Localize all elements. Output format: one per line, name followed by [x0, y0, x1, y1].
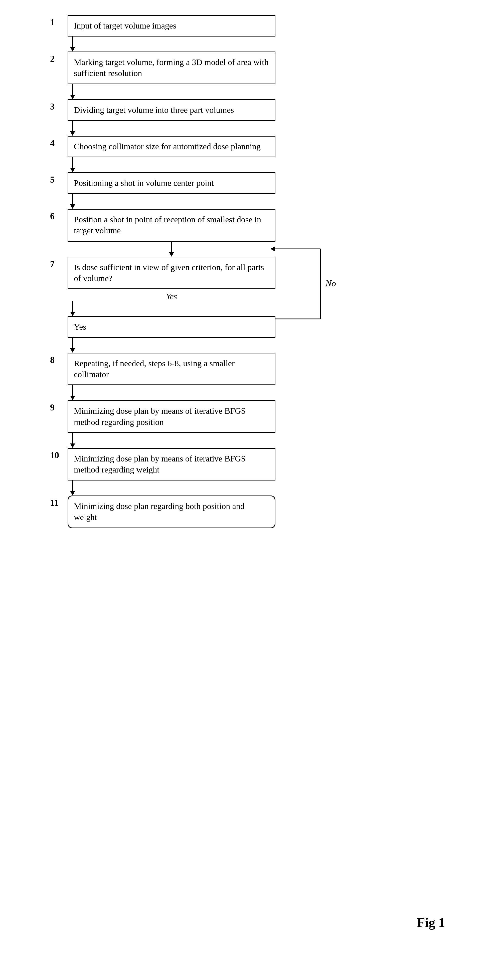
flowchart: 1 Input of target volume images 2 Markin…	[50, 15, 275, 528]
arrow-11-12	[68, 480, 78, 495]
arrow-8-9	[68, 338, 78, 353]
svg-marker-11	[169, 252, 174, 257]
step-row-6: 6 Position a shot in point of reception …	[50, 209, 275, 241]
feedback-loop-area: 6 Position a shot in point of reception …	[50, 209, 275, 289]
step-number-9: 8	[50, 353, 68, 365]
step-number-2: 2	[50, 51, 68, 64]
arrow-4-5	[68, 158, 78, 172]
step-number-11: 10	[50, 448, 68, 460]
arrow-5-6	[68, 194, 78, 209]
step-number-1: 1	[50, 15, 68, 27]
step-number-7: 7	[50, 257, 68, 269]
step-box-6: Position a shot in point of reception of…	[68, 209, 275, 241]
svg-marker-22	[70, 396, 75, 400]
arrow-6-7	[68, 242, 275, 257]
step-number-12: 11	[50, 495, 68, 508]
step-row-11: 10 Minimizing dose plan by means of iter…	[50, 448, 275, 480]
svg-marker-9	[70, 204, 75, 209]
step-box-5: Positioning a shot in volume center poin…	[68, 172, 275, 194]
step-number-3: 3	[50, 99, 68, 112]
arrow-2-3	[68, 84, 78, 99]
step-box-8: Yes	[68, 316, 275, 338]
no-feedback-arrow: No	[270, 234, 340, 334]
step-row-7: 7 Is dose sufficient in view of given cr…	[50, 257, 275, 289]
arrow-3-4	[68, 121, 78, 136]
step-number-4: 4	[50, 136, 68, 148]
step-row-4: 4 Choosing collimator size for automtize…	[50, 136, 275, 158]
step-row-5: 5 Positioning a shot in volume center po…	[50, 172, 275, 194]
svg-marker-18	[70, 312, 75, 316]
step-box-3: Dividing target volume into three part v…	[68, 99, 275, 121]
step-row-3: 3 Dividing target volume into three part…	[50, 99, 275, 121]
svg-marker-5	[70, 131, 75, 136]
arrow-7-8	[68, 301, 78, 316]
step-box-10: Minimizing dose plan by means of iterati…	[68, 400, 275, 433]
svg-marker-24	[70, 444, 75, 448]
step-row-1: 1 Input of target volume images	[50, 15, 275, 37]
svg-marker-26	[70, 491, 75, 495]
arrow-9-10	[68, 385, 78, 400]
step-number-8	[50, 316, 68, 318]
step-row-8: Yes	[50, 316, 275, 338]
step-box-9: Repeating, if needed, steps 6-8, using a…	[68, 353, 275, 385]
step-row-9: 8 Repeating, if needed, steps 6-8, using…	[50, 353, 275, 385]
arrow-10-11	[68, 433, 78, 448]
arrow-1-2	[68, 37, 78, 51]
svg-marker-20	[70, 348, 75, 353]
svg-marker-1	[70, 47, 75, 51]
yes-label: Yes	[68, 292, 275, 301]
svg-marker-7	[70, 168, 75, 172]
step-row-2: 2 Marking target volume, forming a 3D mo…	[50, 51, 275, 84]
step-box-2: Marking target volume, forming a 3D mode…	[68, 51, 275, 84]
step-number-6: 6	[50, 209, 68, 221]
step-number-5: 5	[50, 172, 68, 185]
step-box-7: Is dose sufficient in view of given crit…	[68, 257, 275, 289]
step-box-1: Input of target volume images	[68, 15, 275, 37]
step-number-10: 9	[50, 400, 68, 413]
step-box-4: Choosing collimator size for automtized …	[68, 136, 275, 158]
svg-marker-3	[70, 95, 75, 99]
step-row-10: 9 Minimizing dose plan by means of itera…	[50, 400, 275, 433]
step-box-11: Minimizing dose plan by means of iterati…	[68, 448, 275, 480]
step-box-12: Minimizing dose plan regarding both posi…	[68, 495, 275, 528]
svg-marker-15	[270, 247, 275, 251]
fig-label: Fig 1	[417, 915, 445, 930]
step-row-12: 11 Minimizing dose plan regarding both p…	[50, 495, 275, 528]
svg-text:No: No	[325, 278, 336, 288]
